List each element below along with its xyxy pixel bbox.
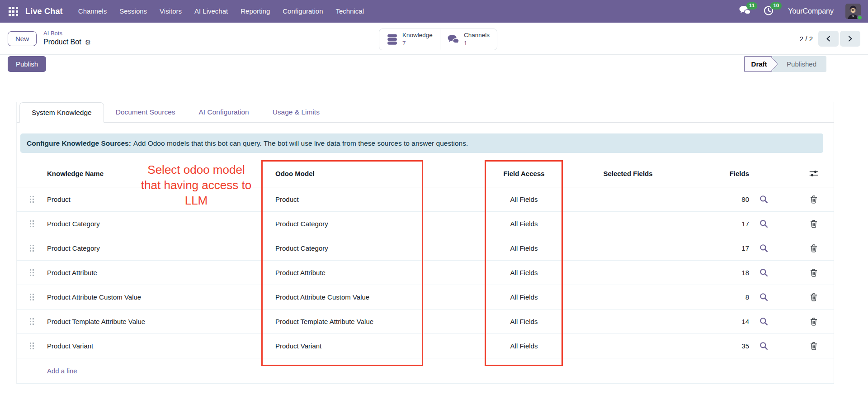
- nav-item-ai-livechat[interactable]: AI Livechat: [188, 0, 234, 23]
- tab-document-sources[interactable]: Document Sources: [104, 102, 187, 122]
- search-fields-button[interactable]: [760, 244, 768, 252]
- search-icon: [760, 293, 768, 301]
- messages-count-badge: 11: [746, 2, 757, 10]
- drag-handle-icon[interactable]: [30, 318, 34, 325]
- search-icon: [760, 219, 768, 228]
- publish-button[interactable]: Publish: [8, 56, 46, 72]
- cell-knowledge-name[interactable]: Product Attribute Custom Value: [47, 293, 275, 301]
- table-header-row: Knowledge Name Odoo Model Field Access S…: [17, 160, 834, 187]
- cell-field-access[interactable]: All Fields: [510, 342, 538, 350]
- statusbar: Draft Published: [744, 56, 826, 72]
- delete-row-button[interactable]: [810, 269, 834, 277]
- user-avatar[interactable]: [845, 4, 861, 19]
- delete-row-button[interactable]: [810, 195, 834, 204]
- cell-field-access[interactable]: All Fields: [510, 220, 538, 228]
- table-row: Product Attribute Product Attribute All …: [17, 261, 834, 285]
- search-fields-button[interactable]: [760, 195, 768, 204]
- delete-row-button[interactable]: [810, 293, 834, 301]
- nav-item-reporting[interactable]: Reporting: [234, 0, 276, 23]
- gear-icon[interactable]: ⚙: [85, 39, 91, 46]
- cell-odoo-model[interactable]: Product Attribute: [275, 269, 465, 276]
- screen: Live Chat Channels Sessions Visitors AI …: [0, 0, 868, 400]
- cell-field-access[interactable]: All Fields: [510, 318, 538, 325]
- search-icon: [760, 268, 768, 277]
- cell-field-access[interactable]: All Fields: [510, 244, 538, 252]
- nav-item-configuration[interactable]: Configuration: [276, 0, 329, 23]
- nav-item-channels[interactable]: Channels: [72, 0, 113, 23]
- comments-icon: [448, 34, 459, 45]
- table-row: Product Product All Fields 80: [17, 187, 834, 212]
- cell-knowledge-name[interactable]: Product Variant: [47, 342, 275, 350]
- delete-row-button[interactable]: [810, 318, 834, 326]
- delete-row-button[interactable]: [810, 220, 834, 228]
- new-button[interactable]: New: [8, 31, 37, 46]
- cell-fields-count: 17: [741, 244, 749, 252]
- cell-odoo-model[interactable]: Product Variant: [275, 342, 465, 350]
- drag-handle-icon[interactable]: [30, 294, 34, 301]
- trash-icon: [810, 244, 817, 252]
- cell-fields-count: 8: [745, 293, 749, 301]
- trash-icon: [810, 293, 817, 301]
- pager-previous-button[interactable]: [818, 31, 839, 47]
- stat-knowledge-label: Knowledge: [402, 31, 433, 39]
- cell-knowledge-name[interactable]: Product Category: [47, 220, 275, 228]
- tab-system-knowledge[interactable]: System Knowledge: [19, 102, 104, 123]
- cell-odoo-model[interactable]: Product Category: [275, 244, 465, 252]
- cell-knowledge-name[interactable]: Product Category: [47, 244, 275, 252]
- drag-handle-icon[interactable]: [30, 196, 34, 203]
- cell-odoo-model[interactable]: Product Template Attribute Value: [275, 318, 465, 325]
- cell-field-access[interactable]: All Fields: [510, 195, 538, 203]
- pager-next-button[interactable]: [840, 31, 860, 47]
- add-a-line-link[interactable]: Add a line: [17, 358, 834, 384]
- column-settings-button[interactable]: [809, 170, 834, 177]
- cell-field-access[interactable]: All Fields: [510, 269, 538, 276]
- statusbar-stage-published[interactable]: Published: [779, 56, 826, 72]
- tab-ai-configuration[interactable]: AI Configuration: [187, 102, 261, 122]
- search-fields-button[interactable]: [760, 268, 768, 277]
- stat-button-channels[interactable]: Channels 1: [440, 29, 497, 50]
- nav-item-visitors[interactable]: Visitors: [153, 0, 188, 23]
- delete-row-button[interactable]: [810, 244, 834, 252]
- search-icon: [760, 195, 768, 204]
- messages-button[interactable]: 11: [739, 5, 752, 17]
- table-row: Product Template Attribute Value Product…: [17, 310, 834, 334]
- search-fields-button[interactable]: [760, 219, 768, 228]
- drag-handle-icon[interactable]: [30, 343, 34, 350]
- form-status-row: Publish Draft Published: [0, 55, 868, 102]
- info-alert-title: Configure Knowledge Sources:: [27, 139, 131, 148]
- tab-usage-limits[interactable]: Usage & Limits: [261, 102, 331, 122]
- table-body: Product Product All Fields 80: [17, 187, 834, 358]
- header-field-access: Field Access: [503, 170, 544, 177]
- form-sheet: System Knowledge Document Sources AI Con…: [16, 102, 834, 384]
- chevron-left-icon: [826, 36, 831, 42]
- stat-channels-label: Channels: [464, 31, 490, 39]
- cell-knowledge-name[interactable]: Product: [47, 195, 275, 203]
- breadcrumb-parent-link[interactable]: AI Bots: [43, 30, 91, 38]
- search-fields-button[interactable]: [760, 342, 768, 350]
- stat-button-group: Knowledge 7 Channels 1: [379, 29, 497, 50]
- stat-channels-value: 1: [464, 39, 490, 48]
- drag-handle-icon[interactable]: [30, 220, 34, 228]
- cell-field-access[interactable]: All Fields: [510, 293, 538, 301]
- drag-handle-icon[interactable]: [30, 269, 34, 276]
- statusbar-draft-label: Draft: [744, 56, 774, 72]
- cell-odoo-model[interactable]: Product Attribute Custom Value: [275, 293, 465, 301]
- cell-knowledge-name[interactable]: Product Attribute: [47, 269, 275, 276]
- delete-row-button[interactable]: [810, 342, 834, 350]
- cell-knowledge-name[interactable]: Product Template Attribute Value: [47, 318, 275, 325]
- drag-handle-icon[interactable]: [30, 245, 34, 252]
- statusbar-stage-draft[interactable]: Draft: [744, 56, 779, 72]
- cell-odoo-model[interactable]: Product Category: [275, 220, 465, 228]
- nav-item-sessions[interactable]: Sessions: [113, 0, 153, 23]
- activities-button[interactable]: 10: [764, 5, 776, 17]
- search-fields-button[interactable]: [760, 317, 768, 326]
- chevron-right-icon: [847, 36, 853, 42]
- app-title[interactable]: Live Chat: [25, 7, 63, 16]
- cell-odoo-model[interactable]: Product: [275, 195, 465, 203]
- nav-item-technical[interactable]: Technical: [330, 0, 371, 23]
- company-name[interactable]: YourCompany: [788, 7, 834, 15]
- search-fields-button[interactable]: [760, 293, 768, 301]
- apps-grid-icon[interactable]: [7, 5, 19, 17]
- navbar-systray: 11 10 YourCompany: [739, 4, 861, 19]
- stat-button-knowledge[interactable]: Knowledge 7: [379, 29, 440, 50]
